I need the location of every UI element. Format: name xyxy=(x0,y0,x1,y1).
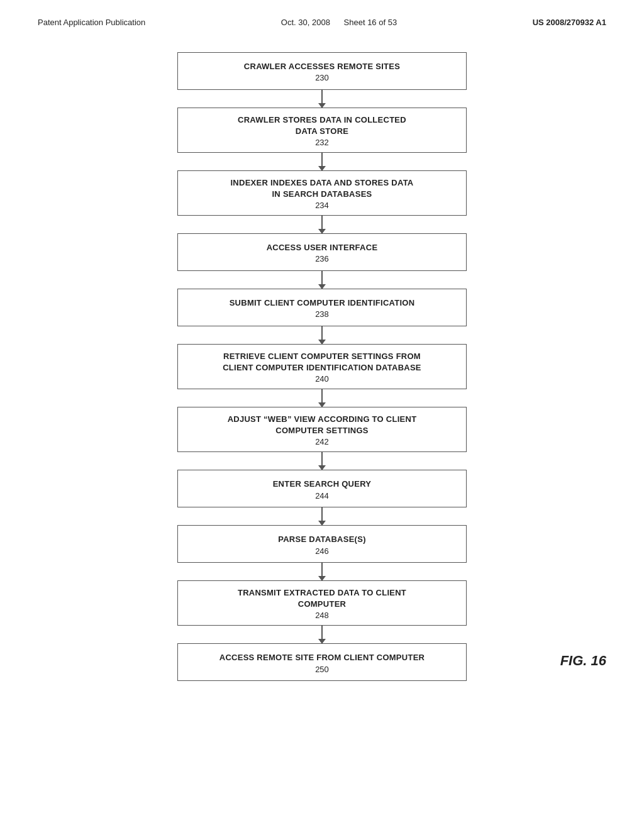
header: Patent Application Publication Oct. 30, … xyxy=(0,0,644,33)
arrow-230-232 xyxy=(321,90,323,108)
step-230-num: 230 xyxy=(315,73,329,82)
step-238-text: SUBMIT CLIENT COMPUTER IDENTIFICATION xyxy=(230,297,415,309)
step-240-num: 240 xyxy=(315,374,329,384)
fig-label-text: FIG. 16 xyxy=(560,653,606,668)
step-236-box: ACCESS USER INTERFACE 236 xyxy=(177,233,467,271)
step-242-num: 242 xyxy=(315,437,329,446)
step-236-text: ACCESS USER INTERFACE xyxy=(267,242,378,253)
header-center: Oct. 30, 2008 Sheet 16 of 53 xyxy=(281,18,397,27)
step-238-box: SUBMIT CLIENT COMPUTER IDENTIFICATION 23… xyxy=(177,289,467,326)
step-230-text: CRAWLER ACCESSES REMOTE SITES xyxy=(244,61,400,72)
pub-date: Oct. 30, 2008 xyxy=(281,18,330,27)
step-250-box: ACCESS REMOTE SITE FROM CLIENT COMPUTER … xyxy=(177,643,467,681)
fig-label: FIG. 16 xyxy=(560,653,606,669)
step-240-box: RETRIEVE CLIENT COMPUTER SETTINGS FROMCL… xyxy=(177,344,467,389)
patent-number: US 2008/270932 A1 xyxy=(533,18,606,27)
step-246-box: PARSE DATABASE(S) 246 xyxy=(177,525,467,563)
header-left: Patent Application Publication xyxy=(38,18,145,27)
arrow-248-250 xyxy=(321,626,323,643)
step-246-text: PARSE DATABASE(S) xyxy=(278,534,365,545)
step-236-num: 236 xyxy=(315,254,329,263)
step-238-num: 238 xyxy=(315,309,329,319)
arrow-238-240 xyxy=(321,326,323,344)
arrow-242-244 xyxy=(321,452,323,470)
arrow-244-246 xyxy=(321,507,323,525)
step-234-num: 234 xyxy=(315,201,329,210)
step-234-text: INDEXER INDEXES DATA AND STORES DATAIN S… xyxy=(230,177,413,199)
arrow-246-248 xyxy=(321,563,323,580)
step-234-box: INDEXER INDEXES DATA AND STORES DATAIN S… xyxy=(177,170,467,216)
step-242-box: ADJUST “WEB” VIEW ACCORDING TO CLIENTCOM… xyxy=(177,407,467,452)
step-232-num: 232 xyxy=(315,138,329,147)
sheet-info: Sheet 16 of 53 xyxy=(344,18,397,27)
step-250-num: 250 xyxy=(315,665,329,674)
step-232-box: CRAWLER STORES DATA IN COLLECTEDDATA STO… xyxy=(177,108,467,153)
arrow-232-234 xyxy=(321,153,323,170)
step-250-text: ACCESS REMOTE SITE FROM CLIENT COMPUTER xyxy=(219,652,425,663)
step-230-box: CRAWLER ACCESSES REMOTE SITES 230 xyxy=(177,52,467,90)
step-232-text: CRAWLER STORES DATA IN COLLECTEDDATA STO… xyxy=(238,114,406,136)
step-244-box: ENTER SEARCH QUERY 244 xyxy=(177,470,467,507)
header-right: US 2008/270932 A1 xyxy=(533,18,606,27)
step-244-num: 244 xyxy=(315,491,329,501)
step-248-text: TRANSMIT EXTRACTED DATA TO CLIENTCOMPUTE… xyxy=(238,587,406,609)
flowchart-diagram: CRAWLER ACCESSES REMOTE SITES 230 CRAWLE… xyxy=(0,33,644,706)
arrow-234-236 xyxy=(321,216,323,233)
step-240-text: RETRIEVE CLIENT COMPUTER SETTINGS FROMCL… xyxy=(223,351,421,373)
step-246-num: 246 xyxy=(315,546,329,556)
step-248-box: TRANSMIT EXTRACTED DATA TO CLIENTCOMPUTE… xyxy=(177,580,467,626)
arrow-236-238 xyxy=(321,271,323,289)
step-248-num: 248 xyxy=(315,611,329,620)
step-244-text: ENTER SEARCH QUERY xyxy=(273,479,372,490)
arrow-240-242 xyxy=(321,389,323,407)
publication-label: Patent Application Publication xyxy=(38,18,145,27)
page: Patent Application Publication Oct. 30, … xyxy=(0,0,644,830)
step-242-text: ADJUST “WEB” VIEW ACCORDING TO CLIENTCOM… xyxy=(228,414,417,436)
